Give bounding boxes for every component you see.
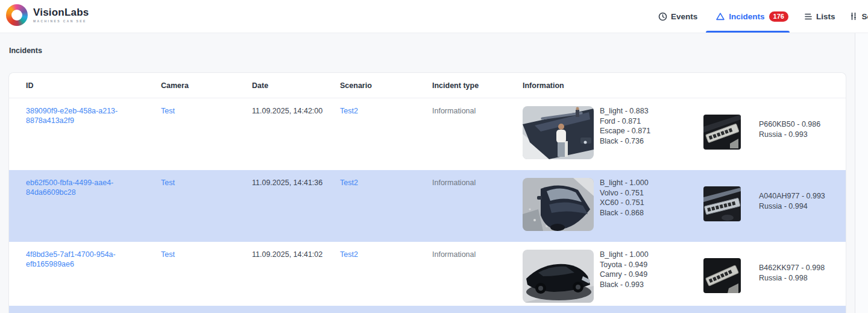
incident-id-link[interactable]: 389090f9-e2eb-458a-a213- 8878a413a2f9 (26, 106, 153, 125)
camera-link[interactable]: Test (161, 250, 244, 259)
vehicle-thumbnail[interactable] (523, 250, 594, 303)
scenario-link[interactable]: Test2 (340, 250, 424, 259)
plate-number-line: P660KB50 - 0.986 (759, 119, 820, 130)
attribute-line: Escape - 0.871 (600, 126, 703, 136)
incident-type: Informational (424, 106, 514, 170)
nav-label-incidents: Incidents (729, 12, 764, 21)
visionlabs-ring-icon (6, 4, 28, 26)
incidents-table: ID Camera Date Scenario Incident type In… (8, 72, 846, 313)
list-icon (804, 13, 813, 21)
plate-number-line: B462KK977 - 0.998 (759, 263, 825, 273)
column-header-date: Date (244, 81, 332, 90)
plate-thumbnail[interactable] (703, 258, 741, 293)
plate-thumbnail[interactable] (703, 186, 741, 221)
camera-link[interactable]: Test (161, 106, 244, 116)
visionlabs-logo[interactable]: VisionLabs MACHINES CAN SEE (6, 4, 89, 26)
warning-triangle-icon (715, 12, 725, 21)
vehicle-attributes: B_light - 1.000 Toyota - 0.949 Camry - 0… (600, 250, 703, 289)
nav-item-lists[interactable]: Lists (804, 0, 835, 33)
nav-item-incidents[interactable]: Incidents 176 (715, 0, 788, 33)
attribute-line: Black - 0.868 (600, 208, 703, 218)
incident-date: 11.09.2025, 14:41:36 (244, 178, 332, 242)
incidents-count-badge: 176 (769, 11, 788, 22)
column-header-id: ID (17, 81, 153, 90)
nav-label-scenarios: Scenarios (861, 12, 868, 21)
incident-row[interactable]: 4f8bd3e5-7af1-4700-954a- efb165989ae6 Te… (9, 242, 846, 306)
brand-name: VisionLabs (33, 7, 89, 18)
plate-country-line: Russia - 0.993 (759, 130, 820, 140)
attribute-line: Black - 0.736 (600, 136, 703, 147)
incident-id-link[interactable]: eb62f500-fbfa-4499-aae4- 84da6609bc28 (26, 178, 153, 197)
vehicle-attributes: B_light - 1.000 Volvo - 0.751 XC60 - 0.7… (600, 178, 703, 218)
top-bar: VisionLabs MACHINES CAN SEE Events Incid… (0, 0, 868, 33)
sliders-icon (849, 12, 858, 21)
nav-item-scenarios[interactable]: Scenarios (849, 0, 868, 33)
attribute-line: Black - 0.993 (600, 280, 703, 290)
brand-text: VisionLabs MACHINES CAN SEE (33, 7, 89, 23)
table-header-row: ID Camera Date Scenario Incident type In… (9, 73, 846, 98)
incident-date: 11.09.2025, 14:42:00 (244, 106, 332, 170)
plate-recognition: B462KK977 - 0.998 Russia - 0.998 (759, 263, 825, 283)
incident-row[interactable]: 5abb45a6-aa71-4ad9-9a26- Test 11.09.2025… (9, 306, 846, 313)
column-header-information: Information (514, 81, 846, 90)
column-header-incident-type: Incident type (424, 81, 514, 90)
page-title: Incidents (9, 46, 42, 55)
attribute-line: B_light - 1.000 (600, 178, 703, 188)
vehicle-attributes: B_light - 0.883 Ford - 0.871 Escape - 0.… (600, 106, 703, 146)
plate-recognition: P660KB50 - 0.986 Russia - 0.993 (759, 119, 820, 139)
scenario-link[interactable]: Test2 (340, 178, 424, 188)
attribute-line: B_light - 1.000 (600, 250, 703, 260)
attribute-line: B_light - 0.883 (600, 106, 703, 116)
column-header-camera: Camera (153, 81, 244, 90)
incident-id-link[interactable]: 4f8bd3e5-7af1-4700-954a- efb165989ae6 (26, 250, 153, 269)
clock-icon (658, 12, 667, 21)
incident-type: Informational (424, 250, 514, 306)
incident-date: 11.09.2025, 14:41:02 (244, 250, 332, 306)
incident-row[interactable]: eb62f500-fbfa-4499-aae4- 84da6609bc28 Te… (9, 170, 846, 242)
plate-country-line: Russia - 0.994 (759, 201, 825, 212)
nav-label-events: Events (671, 12, 697, 21)
attribute-line: Ford - 0.871 (600, 116, 703, 127)
scenario-link[interactable]: Test2 (340, 106, 424, 116)
vehicle-thumbnail[interactable] (523, 178, 594, 231)
nav-label-lists: Lists (816, 12, 835, 21)
attribute-line: Camry - 0.949 (600, 270, 703, 280)
attribute-line: Volvo - 0.751 (600, 188, 703, 198)
right-scroll-strip (855, 33, 868, 313)
plate-thumbnail[interactable] (703, 115, 741, 150)
attribute-line: Toyota - 0.949 (600, 260, 703, 270)
incident-type: Informational (424, 178, 514, 242)
plate-country-line: Russia - 0.998 (759, 273, 825, 283)
plate-number-line: A040AH977 - 0.993 (759, 191, 825, 201)
brand-tagline: MACHINES CAN SEE (33, 19, 89, 23)
vehicle-thumbnail[interactable] (523, 106, 594, 159)
app-viewport: VisionLabs MACHINES CAN SEE Events Incid… (0, 0, 868, 313)
attribute-line: XC60 - 0.751 (600, 198, 703, 208)
column-header-scenario: Scenario (332, 81, 424, 90)
plate-recognition: A040AH977 - 0.993 Russia - 0.994 (759, 191, 825, 211)
main-nav: Events Incidents 176 Lists Scenarios (658, 0, 868, 33)
content-divider (855, 33, 855, 313)
camera-link[interactable]: Test (161, 178, 244, 188)
nav-item-events[interactable]: Events (658, 0, 697, 33)
incident-row[interactable]: 389090f9-e2eb-458a-a213- 8878a413a2f9 Te… (9, 98, 846, 170)
